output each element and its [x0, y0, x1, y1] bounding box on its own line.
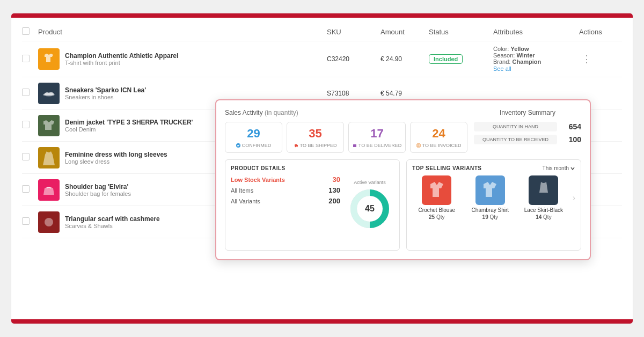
row-checkbox[interactable] — [22, 89, 30, 96]
col-header-attributes: Attributes — [493, 28, 579, 36]
product-details-section: PRODUCT DETAILS Low Stock Variants 30 Al… — [225, 159, 400, 251]
sales-card-invoiced[interactable]: 24 TO BE INVOICED — [410, 122, 467, 153]
pd-row-items: All Items 130 — [231, 186, 340, 194]
variants-value: 200 — [328, 197, 340, 205]
sales-activity-section: Sales Activity (in quantity) 29 CONFIRME… — [225, 109, 467, 153]
product-subtitle: T-shirt with front print — [65, 60, 327, 66]
top-selling-header: TOP SELLING VARIANTS This month — [412, 165, 575, 171]
shoe-icon — [42, 90, 55, 97]
svg-point-1 — [45, 218, 53, 226]
jacket-icon — [42, 119, 55, 132]
product-details-left: PRODUCT DETAILS Low Stock Variants 30 Al… — [231, 165, 340, 245]
col-header-amount: Amount — [380, 28, 429, 36]
row-checkbox[interactable] — [22, 55, 30, 62]
sales-card-delivered[interactable]: 17 TO BE DELIVERED — [348, 122, 406, 153]
inventory-summary-section: Inventory Summary QUANTITY IN HAND 654 Q… — [474, 109, 581, 153]
items-value: 130 — [328, 186, 340, 194]
product-actions: ⋮ — [579, 53, 622, 65]
chevron-down-icon — [570, 166, 575, 171]
status-badge-included: Included — [429, 54, 463, 64]
row-checkbox[interactable] — [22, 185, 30, 193]
dress-icon — [43, 150, 55, 165]
product-image — [38, 83, 60, 104]
product-info: Sneakers 'Sparko ICN Lea' Sneakers in sh… — [65, 86, 327, 100]
sales-card-confirmed[interactable]: 29 CONFIRMED — [225, 122, 282, 153]
pd-row-variants: All Variants 200 — [231, 197, 340, 205]
invoiced-label: TO BE INVOICED — [414, 143, 464, 148]
top-selling-item: Crochet Blouse 25 Qty — [412, 175, 462, 220]
blouse-icon — [426, 180, 448, 201]
row-checkbox[interactable] — [22, 217, 30, 225]
product-sku: C32420 — [327, 55, 380, 63]
ts-product-image — [422, 175, 451, 205]
product-name: Sneakers 'Sparko ICN Lea' — [65, 86, 327, 94]
delivered-label: TO BE DELIVERED — [352, 143, 402, 148]
ts-product-name: Lace Skirt-Black — [519, 207, 568, 213]
truck-icon — [294, 143, 298, 148]
bottom-sections: PRODUCT DETAILS Low Stock Variants 30 Al… — [225, 159, 581, 251]
low-stock-label: Low Stock Variants — [231, 177, 285, 183]
inventory-label-hand: QUANTITY IN HAND — [474, 122, 557, 131]
see-all-link[interactable]: See all — [493, 65, 511, 72]
header-checkbox[interactable] — [22, 27, 30, 35]
top-selling-title: TOP SELLING VARIANTS — [412, 165, 481, 171]
invoice-icon — [416, 143, 421, 148]
shirt-icon — [42, 53, 55, 65]
ts-product-name: Crochet Blouse — [412, 207, 462, 213]
top-selling-item: Chambray Shirt 19 Qty — [466, 175, 515, 220]
product-image — [38, 48, 60, 70]
product-image — [38, 115, 60, 136]
next-arrow[interactable]: › — [573, 193, 575, 203]
bag-icon — [42, 184, 55, 196]
svg-rect-7 — [353, 144, 356, 147]
row-checkbox[interactable] — [22, 153, 30, 160]
col-header-status: Status — [429, 28, 493, 36]
top-selling-filter[interactable]: This month — [543, 165, 575, 171]
ts-product-qty: 25 Qty — [412, 214, 462, 220]
shipped-number: 35 — [290, 127, 340, 141]
sales-card-shipped[interactable]: 35 TO BE SHIPPED — [287, 122, 344, 153]
product-image — [38, 147, 60, 169]
top-selling-item: Lace Skirt-Black 14 Qty — [519, 175, 568, 220]
product-sku: S73108 — [327, 90, 380, 97]
bottom-bar — [11, 319, 633, 324]
table-header: Product SKU Amount Status Attributes Act… — [22, 23, 622, 41]
shirt-icon — [479, 180, 501, 201]
inventory-row-received: QUANTITY TO BE RECEIVED 100 — [474, 135, 581, 144]
product-image — [38, 211, 60, 233]
sales-activity-title: Sales Activity (in quantity) — [225, 109, 467, 116]
box-icon — [353, 143, 357, 148]
svg-text:45: 45 — [365, 204, 375, 213]
scarf-icon — [42, 217, 55, 228]
donut-label: Active Variants — [354, 180, 385, 185]
ts-product-qty: 19 Qty — [466, 214, 515, 220]
table-row: Champion Authentic Athletic Apparel T-sh… — [22, 41, 622, 77]
product-amount: € 54.79 — [380, 90, 429, 97]
col-header-sku: SKU — [327, 28, 380, 36]
svg-point-5 — [295, 146, 296, 148]
product-details-title: PRODUCT DETAILS — [231, 165, 340, 171]
sales-popup: Sales Activity (in quantity) 29 CONFIRME… — [215, 99, 591, 260]
ts-product-image — [529, 175, 558, 205]
items-label: All Items — [231, 187, 253, 194]
product-info: Champion Authentic Athletic Apparel T-sh… — [65, 52, 327, 66]
svg-rect-4 — [297, 145, 298, 146]
product-status: Included — [429, 54, 493, 64]
inventory-value-received: 100 — [557, 135, 581, 144]
col-header-actions: Actions — [579, 28, 622, 36]
product-amount: € 24.90 — [380, 55, 429, 63]
variants-label: All Variants — [231, 198, 260, 204]
low-stock-value: 30 — [333, 175, 340, 184]
svg-point-6 — [296, 146, 297, 148]
top-bar — [11, 13, 633, 18]
confirmed-label: CONFIRMED — [229, 143, 279, 148]
row-checkbox[interactable] — [22, 121, 30, 128]
confirmed-number: 29 — [229, 127, 279, 141]
inventory-label-received: QUANTITY TO BE RECEIVED — [474, 135, 557, 144]
donut-chart: Active Variants 45 — [346, 165, 394, 245]
product-image — [38, 179, 60, 201]
invoiced-number: 24 — [414, 127, 464, 141]
ts-product-qty: 14 Qty — [519, 214, 568, 220]
main-frame: Product SKU Amount Status Attributes Act… — [11, 13, 633, 324]
more-actions-button[interactable]: ⋮ — [579, 54, 594, 64]
